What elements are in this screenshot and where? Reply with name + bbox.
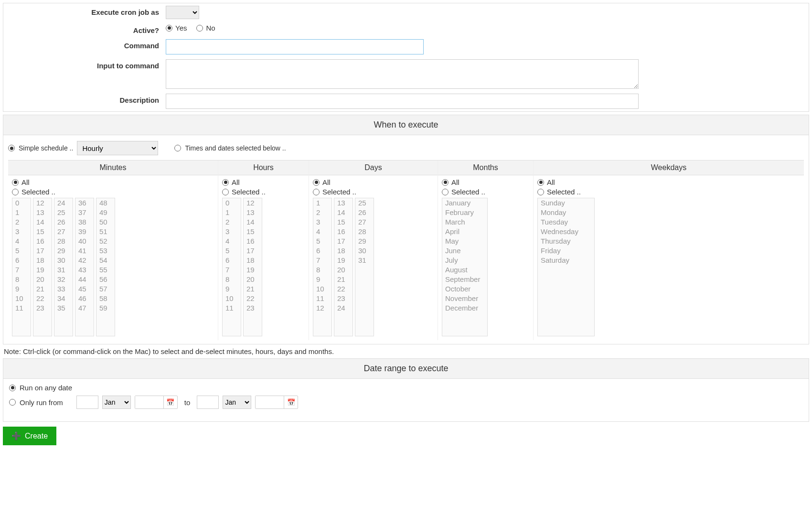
command-input[interactable]	[166, 39, 424, 54]
list-item[interactable]: 10	[12, 294, 31, 303]
list-item[interactable]: 30	[355, 246, 374, 256]
list-box[interactable]: 25262728293031	[355, 198, 374, 336]
list-item[interactable]: 45	[75, 284, 94, 294]
active-yes-radio[interactable]	[166, 25, 172, 32]
list-item[interactable]: March	[442, 217, 487, 227]
list-item[interactable]: 7	[313, 256, 331, 265]
hours-selected-radio[interactable]	[222, 189, 229, 195]
months-selected-radio[interactable]	[442, 189, 449, 195]
list-item[interactable]: 25	[54, 208, 73, 217]
list-item[interactable]: 7	[223, 265, 241, 275]
list-item[interactable]: 15	[33, 227, 52, 236]
run-any-date-radio[interactable]	[9, 385, 16, 391]
hours-all-radio[interactable]	[222, 179, 229, 186]
list-item[interactable]: 27	[54, 227, 73, 236]
weekdays-all-radio[interactable]	[537, 179, 544, 186]
list-box[interactable]: 01234567891011	[12, 198, 31, 336]
list-item[interactable]: 29	[355, 236, 374, 246]
list-item[interactable]: 23	[334, 294, 353, 303]
list-item[interactable]: 51	[96, 227, 115, 236]
list-item[interactable]: 0	[223, 198, 241, 208]
list-item[interactable]: 16	[334, 227, 353, 236]
list-item[interactable]: 32	[54, 275, 73, 284]
list-item[interactable]: 11	[223, 303, 241, 313]
list-item[interactable]: 38	[75, 217, 94, 227]
to-day-input[interactable]	[197, 396, 219, 409]
list-item[interactable]: 34	[54, 294, 73, 303]
list-item[interactable]: 14	[334, 208, 353, 217]
list-item[interactable]: 55	[96, 265, 115, 275]
list-item[interactable]: Tuesday	[538, 217, 594, 227]
input-to-command-textarea[interactable]	[166, 59, 639, 89]
list-item[interactable]: 9	[223, 284, 241, 294]
list-item[interactable]: 56	[96, 275, 115, 284]
list-item[interactable]: 8	[12, 275, 31, 284]
list-item[interactable]: 47	[75, 303, 94, 313]
list-item[interactable]: 54	[96, 256, 115, 265]
list-item[interactable]: 42	[75, 256, 94, 265]
list-item[interactable]: 17	[33, 246, 52, 256]
list-item[interactable]: 48	[96, 198, 115, 208]
list-item[interactable]: June	[442, 246, 487, 256]
list-item[interactable]: 36	[75, 198, 94, 208]
list-item[interactable]: 46	[75, 294, 94, 303]
list-item[interactable]: 19	[244, 265, 262, 275]
list-item[interactable]: 28	[355, 227, 374, 236]
to-date-input[interactable]	[256, 396, 284, 408]
list-item[interactable]: 18	[244, 256, 262, 265]
list-item[interactable]: 19	[33, 265, 52, 275]
list-box[interactable]: 121314151617181920212223	[243, 198, 262, 336]
list-box[interactable]: 484950515253545556575859	[96, 198, 115, 336]
list-item[interactable]: 17	[244, 246, 262, 256]
list-item[interactable]: 59	[96, 303, 115, 313]
list-item[interactable]: February	[442, 208, 487, 217]
list-item[interactable]: 20	[33, 275, 52, 284]
list-item[interactable]: 39	[75, 227, 94, 236]
list-item[interactable]: 22	[334, 284, 353, 294]
list-item[interactable]: 12	[33, 198, 52, 208]
list-item[interactable]: 2	[12, 217, 31, 227]
list-item[interactable]: 14	[33, 217, 52, 227]
list-item[interactable]: 4	[223, 236, 241, 246]
list-item[interactable]: 40	[75, 236, 94, 246]
list-item[interactable]: October	[442, 284, 487, 294]
list-item[interactable]: Monday	[538, 208, 594, 217]
list-item[interactable]: 9	[313, 275, 331, 284]
from-calendar-icon[interactable]: 📅	[164, 396, 177, 408]
list-item[interactable]: August	[442, 265, 487, 275]
list-item[interactable]: 26	[355, 208, 374, 217]
list-item[interactable]: 16	[244, 236, 262, 246]
list-item[interactable]: January	[442, 198, 487, 208]
list-item[interactable]: 0	[12, 198, 31, 208]
list-item[interactable]: 6	[223, 256, 241, 265]
list-item[interactable]: 21	[334, 275, 353, 284]
list-item[interactable]: 6	[313, 246, 331, 256]
list-item[interactable]: 8	[313, 265, 331, 275]
minutes-selected-radio[interactable]	[12, 189, 19, 195]
list-item[interactable]: 3	[223, 227, 241, 236]
list-item[interactable]: 1	[313, 198, 331, 208]
list-item[interactable]: 5	[223, 246, 241, 256]
list-item[interactable]: 21	[244, 284, 262, 294]
days-all-radio[interactable]	[313, 179, 320, 186]
list-item[interactable]: 8	[223, 275, 241, 284]
list-box[interactable]: 121314151617181920212223	[33, 198, 52, 336]
list-item[interactable]: 24	[334, 303, 353, 313]
list-box[interactable]: 131415161718192021222324	[334, 198, 353, 336]
list-item[interactable]: 12	[244, 198, 262, 208]
list-item[interactable]: September	[442, 275, 487, 284]
list-item[interactable]: 23	[244, 303, 262, 313]
list-item[interactable]: 31	[54, 265, 73, 275]
list-item[interactable]: 52	[96, 236, 115, 246]
from-date-input[interactable]	[135, 396, 164, 408]
list-box[interactable]: 123456789101112	[313, 198, 332, 336]
days-selected-radio[interactable]	[313, 189, 320, 195]
from-day-input[interactable]	[76, 396, 98, 409]
list-item[interactable]: 3	[313, 217, 331, 227]
list-item[interactable]: 1	[223, 208, 241, 217]
list-item[interactable]: 25	[355, 198, 374, 208]
list-box[interactable]: 363738394041424344454647	[75, 198, 94, 336]
list-item[interactable]: 20	[334, 265, 353, 275]
list-item[interactable]: 10	[223, 294, 241, 303]
list-item[interactable]: December	[442, 303, 487, 313]
